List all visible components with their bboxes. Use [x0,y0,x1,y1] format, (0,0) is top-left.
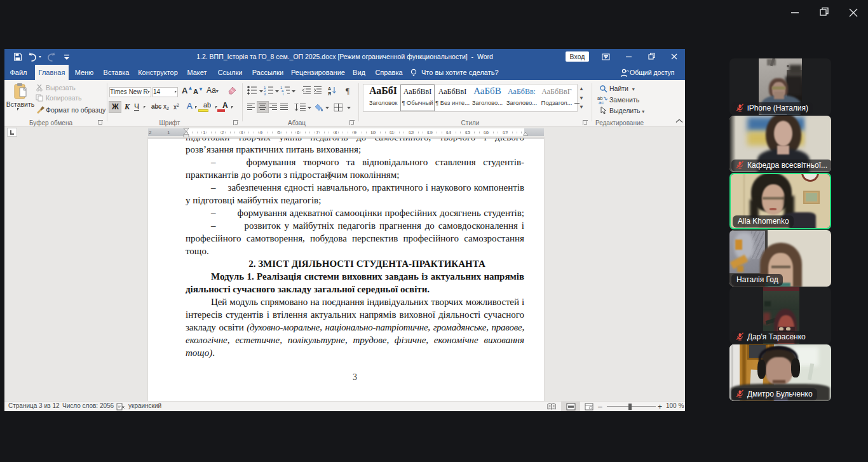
svg-text:А: А [328,86,331,91]
svg-text:3: 3 [264,92,266,96]
svg-text:¶: ¶ [346,86,349,95]
svg-text:Я: Я [328,92,331,96]
svg-text:і: і [283,92,283,96]
svg-text:ac: ac [599,100,604,104]
